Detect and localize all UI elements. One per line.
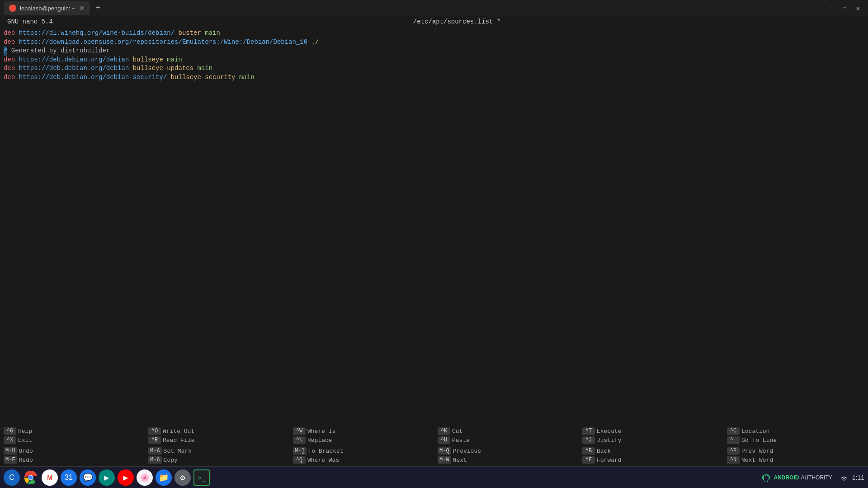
shortcut-label-prevword: Prev Word — [741, 448, 773, 455]
shortcut-key-location: ^C — [727, 427, 740, 435]
shortcut-key-setmark: M-A — [148, 447, 162, 455]
shortcut-undo[interactable]: M-U Undo — [0, 446, 145, 455]
component-text: main — [205, 29, 220, 38]
source-line-1: deb https://dl.winehq.org/wine-builds/de… — [4, 29, 864, 38]
shortcut-label-next: Next — [453, 457, 467, 464]
shortcut-key-previous: M-Q — [438, 447, 451, 455]
deb-keyword: deb — [4, 56, 15, 65]
calendar-icon-label: 31 — [65, 474, 73, 482]
android-authority-watermark: ANDROID AUTHORITY — [761, 472, 832, 483]
shortcut-label-redo: Redo — [19, 457, 33, 464]
shortcut-writeout[interactable]: ^O Write Out — [145, 427, 289, 436]
shortcut-location[interactable]: ^C Location — [723, 427, 868, 436]
browser-tab[interactable]: lepalash@penguin: ~ ✕ — [4, 1, 90, 15]
minimize-button[interactable]: ─ — [825, 2, 837, 14]
taskbar-terminal-icon[interactable]: >_ — [193, 469, 210, 486]
android-authority-text: ANDROID — [774, 474, 799, 481]
shortcut-exit[interactable]: ^X Exit — [0, 436, 145, 445]
new-tab-button[interactable]: + — [92, 2, 104, 14]
taskbar-time: 1:11 — [852, 474, 864, 481]
source-line-4: deb https://deb.debian.org/debian bullse… — [4, 56, 864, 65]
messages-icon-label: 💬 — [83, 473, 93, 483]
meet-icon-label: ▶ — [104, 473, 109, 483]
shortcut-cut[interactable]: ^K Cut — [434, 427, 579, 436]
deb-keyword: deb — [4, 73, 15, 82]
taskbar-files-icon[interactable]: 📁 — [156, 469, 172, 486]
dist-text: ./ — [311, 38, 319, 47]
taskbar-chrome-icon[interactable] — [23, 469, 39, 486]
gmail-icon-label: M — [47, 474, 52, 481]
shortcut-previous[interactable]: M-Q Previous — [434, 446, 579, 455]
shortcut-label-exit: Exit — [18, 437, 32, 444]
taskbar-calendar-icon[interactable]: 31 — [61, 469, 77, 486]
dist-text: bullseye — [133, 56, 163, 65]
tab-title: lepalash@penguin: ~ — [20, 5, 75, 12]
taskbar-photos-icon[interactable]: 🌸 — [137, 469, 153, 486]
taskbar-meet-icon[interactable]: ▶ — [99, 469, 115, 486]
deb-keyword: deb — [4, 64, 15, 73]
shortcut-key-writeout: ^O — [148, 427, 161, 435]
shortcut-replace[interactable]: ^\ Replace — [289, 436, 434, 445]
maximize-button[interactable]: ❐ — [838, 2, 851, 14]
chrome-svg — [24, 471, 37, 484]
shortcut-label-paste: Paste — [452, 437, 470, 444]
shortcut-key-prevword: ^P — [727, 447, 740, 455]
shortcut-justify[interactable]: ^J Justify — [579, 436, 723, 445]
shortcut-next[interactable]: M-W Next — [434, 455, 579, 465]
shortcut-execute[interactable]: ^T Execute — [579, 427, 723, 436]
shortcut-label-writeout: Write Out — [163, 428, 194, 435]
shortcut-redo[interactable]: M-E Redo — [0, 455, 145, 465]
dist-text: bullseye-updates — [133, 64, 193, 73]
tab-favicon — [9, 5, 16, 12]
nano-version: GNU nano 5.4 — [7, 18, 53, 25]
component-text: main — [167, 56, 182, 65]
deb-keyword: deb — [4, 38, 15, 47]
shortcut-setmark[interactable]: M-A Set Mark — [145, 446, 289, 455]
taskbar-gmail-icon[interactable]: M — [42, 469, 58, 486]
shortcut-key-whereis: ^W — [293, 427, 306, 435]
shortcut-key-undo: M-U — [4, 447, 17, 455]
shortcut-whereis[interactable]: ^W Where Is — [289, 427, 434, 436]
files-icon-label: 📁 — [159, 473, 169, 483]
shortcut-key-cut: ^K — [438, 427, 450, 435]
settings-icon-label: ⚙ — [180, 473, 185, 483]
shortcut-key-tobracket: M-] — [293, 447, 307, 455]
taskbar-youtube-icon[interactable]: ▶ — [118, 469, 134, 486]
shortcut-label-whereis: Where Is — [307, 428, 335, 435]
shortcut-wherewas[interactable]: ^Q Where Was — [289, 455, 434, 465]
shortcut-copy[interactable]: M-6 Copy — [145, 455, 289, 465]
system-icon-label: C — [9, 474, 14, 482]
taskbar-messages-icon[interactable]: 💬 — [80, 469, 96, 486]
android-icon — [761, 472, 772, 483]
close-button[interactable]: ✕ — [852, 2, 864, 14]
tab-close-button[interactable]: ✕ — [79, 5, 85, 12]
shortcut-label-copy: Copy — [164, 457, 178, 464]
svg-point-4 — [767, 475, 768, 476]
deb-keyword: deb — [4, 29, 15, 38]
shortcut-key-back: ^B — [582, 447, 595, 455]
shortcut-label-cut: Cut — [452, 428, 462, 435]
wifi-icon — [840, 473, 849, 482]
taskbar-system-icon[interactable]: C — [4, 469, 20, 486]
url-text: https://download.opensuse.org/repositori… — [19, 38, 308, 47]
url-text: https://dl.winehq.org/wine-builds/debian… — [19, 29, 175, 38]
taskbar-settings-icon[interactable]: ⚙ — [175, 469, 191, 486]
source-line-2: deb https://download.opensuse.org/reposi… — [4, 38, 864, 47]
shortcut-key-help: ^G — [4, 427, 16, 435]
shortcut-label-previous: Previous — [453, 448, 481, 455]
shortcut-prevword[interactable]: ^P Prev Word — [723, 446, 868, 455]
shortcut-label-help: Help — [18, 428, 32, 435]
shortcut-readfile[interactable]: ^R Read File — [145, 436, 289, 445]
shortcut-key-readfile: ^R — [148, 436, 161, 444]
nano-content[interactable]: deb https://dl.winehq.org/wine-builds/de… — [0, 27, 868, 425]
shortcut-nextword[interactable]: ^N Next Word — [723, 455, 868, 465]
shortcut-help[interactable]: ^G Help — [0, 427, 145, 436]
shortcut-forward[interactable]: ^F Forward — [579, 455, 723, 465]
shortcut-back[interactable]: ^B Back — [579, 446, 723, 455]
dist-text: bullseye-security — [171, 73, 236, 82]
shortcut-tobracket[interactable]: M-] To Bracket — [289, 446, 434, 455]
source-line-6: deb https://deb.debian.org/debian-securi… — [4, 73, 864, 82]
shortcut-label-setmark: Set Mark — [164, 448, 192, 455]
shortcut-gotoline[interactable]: ^_ Go To Line — [723, 436, 868, 445]
shortcut-paste[interactable]: ^U Paste — [434, 436, 579, 445]
